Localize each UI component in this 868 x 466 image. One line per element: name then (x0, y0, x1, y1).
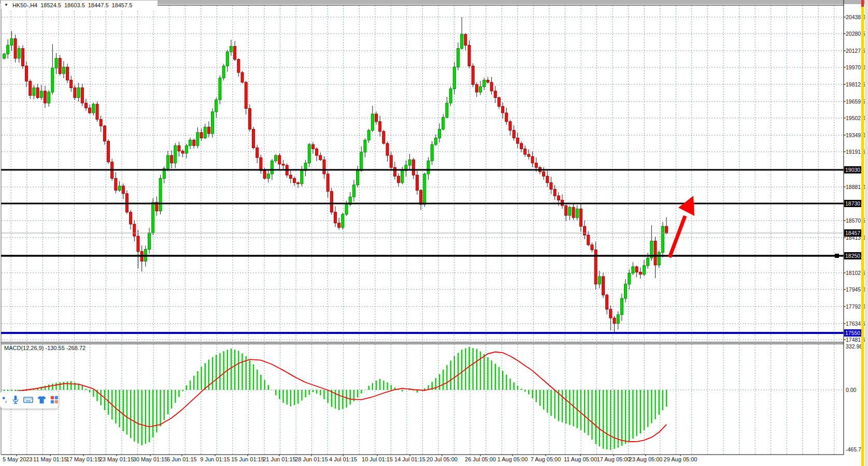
microphone-icon[interactable] (11, 394, 20, 406)
ohlc-low: 18447.5 (88, 2, 109, 8)
ohlc-open: 18524.5 (40, 2, 61, 8)
yellow-highlight-strip (861, 0, 864, 466)
level-price-label: 18730.0 (844, 200, 863, 207)
time-tick-label: 4 Jul 01:15 (329, 456, 357, 462)
bid-price-label: 18457.5 (844, 229, 863, 237)
time-tick-label: 9 Jun 01:15 (200, 456, 230, 462)
tshirt-icon[interactable] (37, 394, 47, 406)
candlesticks (3, 17, 668, 332)
mt4-chart-window: ▼ HK50-,H4 18524.5 18603.5 18447.5 18457… (0, 0, 868, 466)
macd-histogram (4, 347, 666, 450)
yellow-strip-red-cap (861, 0, 864, 7)
time-tick-label: 10 Jul 01:15 (362, 456, 393, 462)
ohlc-close: 18457.5 (112, 2, 133, 8)
time-tick-label: 26 Jul 05:00 (465, 456, 496, 462)
level-price-label: 19030.0 (844, 166, 863, 173)
trend-arrow-head[interactable] (678, 196, 694, 216)
symbol-name: HK50-,H4 (12, 2, 37, 8)
trend-arrow-shaft[interactable] (670, 216, 685, 257)
screen-capture-toolbar (0, 391, 59, 409)
macd-indicator-label: MACD(12,26,9) -130.55 -268.72 (4, 345, 86, 351)
time-tick-label: 5 May 2023 (3, 456, 32, 462)
time-tick-label: 30 May 01:15 (133, 456, 168, 462)
time-tick-label: 17 Aug 05:00 (597, 456, 631, 462)
level-price-label: 17550.0 (844, 329, 863, 337)
pen-fragment-icon[interactable] (2, 394, 8, 406)
line-anchor-dot[interactable] (830, 255, 831, 256)
keyboard-icon[interactable] (23, 394, 33, 406)
time-tick-label: 11 Aug 05:00 (564, 456, 597, 462)
time-tick-label: 7 Aug 05:00 (531, 456, 561, 462)
time-tick-label: 20 Jul 05:00 (426, 456, 458, 462)
time-tick-label: 15 Jun 01:15 (231, 456, 264, 462)
time-tick-label: 29 Aug 05:00 (664, 456, 698, 462)
time-tick-label: 5 Jun 01:15 (167, 456, 197, 462)
apps-grid-icon[interactable] (50, 395, 59, 405)
line-selection-handle[interactable] (835, 254, 839, 258)
level-price-label: 18250.0 (844, 252, 863, 259)
price-chart[interactable] (0, 0, 868, 466)
symbol-header: ▼ HK50-,H4 18524.5 18603.5 18447.5 18457… (1, 1, 158, 9)
time-tick-label: 17 May 01:15 (66, 456, 101, 462)
symbol-dropdown-icon[interactable]: ▼ (4, 3, 8, 7)
macd-scale-label: 0.00 (846, 387, 856, 393)
time-tick-label: 23 Aug 05:00 (629, 456, 663, 462)
ohlc-high: 18603.5 (64, 2, 85, 8)
macd-scale-label: 332.98 (846, 343, 862, 350)
macd-scale-label: -465.7 (846, 446, 861, 453)
window-right-edge (865, 0, 868, 466)
grid-lines (0, 0, 843, 454)
time-tick-label: 23 May 01:15 (99, 456, 134, 462)
time-tick-label: 28 Jun 01:15 (295, 456, 328, 462)
time-tick-label: 21 Jun 01:15 (263, 456, 296, 462)
time-tick-label: 11 May 01:15 (33, 456, 67, 462)
time-tick-label: 14 Jul 01:15 (394, 456, 425, 462)
time-tick-label: 1 Aug 05:00 (497, 456, 528, 462)
